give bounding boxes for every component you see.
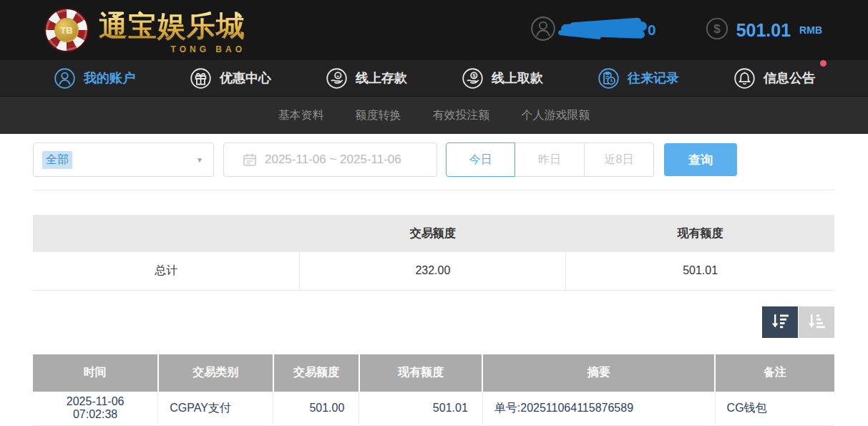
main-content: 全部 ▼ 2025-11-06 ~ 2025-11-06 今日 昨日 近8日 查… bbox=[0, 134, 868, 426]
nav-item-deposit[interactable]: 线上存款 bbox=[325, 67, 407, 90]
chevron-down-icon: ▼ bbox=[196, 156, 203, 164]
summary-total-transaction: 232.00 bbox=[300, 252, 566, 290]
quick-date-button-group: 今日 昨日 近8日 bbox=[446, 142, 654, 177]
deposit-coin-hand-icon bbox=[325, 67, 348, 90]
summary-total-row: 总计 232.00 501.01 bbox=[33, 252, 834, 290]
nav-label: 往来记录 bbox=[628, 69, 679, 87]
withdraw-coin-hand-icon: $ bbox=[461, 67, 484, 90]
brand-logo[interactable]: TB 通宝娱乐城 TONG BAO bbox=[44, 6, 245, 54]
date-range-input[interactable]: 2025-11-06 ~ 2025-11-06 bbox=[223, 142, 437, 177]
user-circle-icon bbox=[53, 67, 77, 90]
nav-label: 线上取款 bbox=[492, 69, 543, 87]
record-type: CGPAY支付 bbox=[158, 392, 273, 426]
records-header-summary: 摘要 bbox=[482, 354, 715, 392]
svg-text:$: $ bbox=[713, 22, 721, 36]
records-table: 时间 交易类别 交易额度 现有额度 摘要 备注 2025-11-06 07:02… bbox=[33, 354, 834, 426]
summary-header-transaction: 交易额度 bbox=[300, 215, 566, 252]
brand-title: 通宝娱乐城 bbox=[99, 6, 245, 46]
calendar-icon bbox=[243, 153, 257, 167]
nav-label: 线上存款 bbox=[356, 69, 407, 87]
dollar-coin-icon: $ bbox=[705, 16, 729, 44]
summary-header-balance: 现有额度 bbox=[566, 215, 834, 252]
subnav-item-game-limits[interactable]: 个人游戏限额 bbox=[522, 108, 590, 123]
top-bar: TB 通宝娱乐城 TONG BAO 0 $ bbox=[0, 0, 868, 60]
today-button[interactable]: 今日 bbox=[446, 142, 515, 177]
redacted-username-scribble bbox=[561, 20, 648, 40]
topbar-right: 0 $ 501.01 RMB bbox=[530, 15, 822, 45]
nav-item-promotions[interactable]: 优惠中心 bbox=[189, 67, 271, 90]
sort-controls bbox=[33, 306, 834, 338]
subnav-item-valid-bets[interactable]: 有效投注额 bbox=[433, 108, 490, 123]
records-header-note: 备注 bbox=[715, 354, 834, 392]
user-block[interactable]: 0 bbox=[530, 15, 656, 45]
brand-subtitle: TONG BAO bbox=[171, 44, 245, 54]
user-avatar-icon bbox=[530, 15, 557, 45]
balance-currency: RMB bbox=[799, 24, 822, 36]
records-header-row: 时间 交易类别 交易额度 现有额度 摘要 备注 bbox=[33, 354, 834, 392]
record-row: 2025-11-06 07:02:38 CGPAY支付 501.00 501.0… bbox=[33, 392, 834, 426]
records-header-amount: 交易额度 bbox=[273, 354, 359, 392]
gift-icon bbox=[189, 67, 213, 90]
clipboard-clock-icon bbox=[597, 67, 620, 90]
yesterday-button[interactable]: 昨日 bbox=[515, 142, 585, 177]
date-range-value: 2025-11-06 ~ 2025-11-06 bbox=[265, 153, 401, 167]
balance-block[interactable]: $ 501.01 RMB bbox=[705, 16, 822, 44]
nav-item-withdraw[interactable]: $ 线上取款 bbox=[461, 67, 543, 90]
record-note: CG钱包 bbox=[715, 392, 834, 426]
nav-label: 信息公告 bbox=[764, 69, 815, 87]
summary-header-empty bbox=[33, 215, 300, 252]
nav-item-transaction-records[interactable]: 往来记录 bbox=[597, 67, 679, 90]
records-header-balance: 现有额度 bbox=[359, 354, 482, 392]
record-time: 2025-11-06 07:02:38 bbox=[33, 392, 158, 426]
records-header-type: 交易类别 bbox=[158, 354, 273, 392]
chip-label: TB bbox=[54, 18, 79, 42]
transaction-type-select[interactable]: 全部 ▼ bbox=[33, 142, 214, 177]
bell-icon bbox=[733, 67, 756, 90]
sort-ascending-button[interactable] bbox=[799, 306, 834, 338]
record-amount: 501.00 bbox=[273, 392, 359, 426]
select-value: 全部 bbox=[42, 151, 72, 169]
record-balance: 501.01 bbox=[359, 392, 482, 426]
balance-amount: 501.01 bbox=[736, 20, 791, 41]
query-button[interactable]: 查询 bbox=[664, 143, 737, 176]
sort-descending-button[interactable] bbox=[762, 306, 798, 338]
username-visible-suffix: 0 bbox=[648, 21, 656, 39]
subnav-item-basic-info[interactable]: 基本资料 bbox=[278, 108, 324, 123]
filter-row: 全部 ▼ 2025-11-06 ~ 2025-11-06 今日 昨日 近8日 查… bbox=[33, 142, 834, 177]
section-divider bbox=[33, 190, 834, 190]
records-header-time: 时间 bbox=[33, 354, 158, 392]
casino-chip-icon: TB bbox=[44, 8, 89, 52]
svg-text:$: $ bbox=[472, 72, 476, 79]
nav-label: 我的账户 bbox=[84, 69, 135, 87]
nav-item-my-account[interactable]: 我的账户 bbox=[53, 67, 135, 90]
main-nav: 我的账户 优惠中心 线上存款 bbox=[0, 60, 868, 97]
subnav-item-quota-transfer[interactable]: 额度转换 bbox=[356, 108, 401, 123]
summary-total-balance: 501.01 bbox=[566, 252, 834, 290]
nav-item-announcements[interactable]: 信息公告 bbox=[733, 67, 815, 90]
brand-text: 通宝娱乐城 TONG BAO bbox=[99, 6, 245, 54]
summary-table: 交易额度 现有额度 总计 232.00 501.01 bbox=[33, 215, 834, 291]
sub-nav: 基本资料 额度转换 有效投注额 个人游戏限额 bbox=[0, 97, 868, 134]
record-summary: 单号:202511064115876589 bbox=[482, 392, 715, 426]
summary-header-row: 交易额度 现有额度 bbox=[33, 215, 834, 252]
notification-badge-dot bbox=[820, 60, 826, 67]
last-8-days-button[interactable]: 近8日 bbox=[585, 142, 654, 177]
nav-label: 优惠中心 bbox=[220, 69, 271, 87]
summary-total-label: 总计 bbox=[33, 252, 300, 290]
